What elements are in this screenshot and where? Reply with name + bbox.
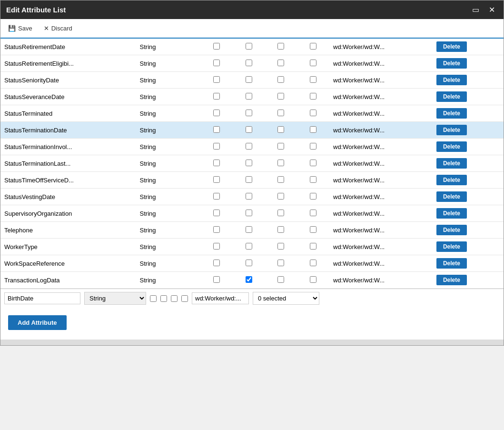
checkbox-cb3[interactable] <box>277 76 284 83</box>
checkbox-cb1[interactable] <box>213 193 220 200</box>
row-cb3[interactable] <box>265 255 297 272</box>
row-cb2[interactable] <box>233 122 265 139</box>
new-cb2[interactable] <box>160 295 167 302</box>
checkbox-cb4[interactable] <box>310 160 316 166</box>
checkbox-cb3[interactable] <box>277 160 284 166</box>
delete-button[interactable]: Delete <box>436 41 467 52</box>
checkbox-cb4[interactable] <box>310 276 316 283</box>
delete-button[interactable]: Delete <box>436 91 467 102</box>
row-cb2[interactable] <box>233 172 265 189</box>
row-cb2[interactable] <box>233 89 265 105</box>
row-cb3[interactable] <box>265 55 297 72</box>
row-cb3[interactable] <box>265 105 297 122</box>
checkbox-cb3[interactable] <box>277 226 284 233</box>
row-cb2[interactable] <box>233 205 265 222</box>
delete-button[interactable]: Delete <box>436 125 467 135</box>
row-cb4[interactable] <box>297 55 329 72</box>
row-cb4[interactable] <box>297 222 329 239</box>
delete-button[interactable]: Delete <box>436 141 467 152</box>
delete-button[interactable]: Delete <box>436 108 467 119</box>
row-cb1[interactable] <box>200 72 233 89</box>
checkbox-cb2[interactable] <box>246 226 252 233</box>
delete-button[interactable]: Delete <box>436 241 467 252</box>
restore-button[interactable]: ▭ <box>469 4 482 15</box>
checkbox-cb4[interactable] <box>310 143 316 150</box>
checkbox-cb2[interactable] <box>246 210 252 216</box>
checkbox-cb1[interactable] <box>213 143 220 150</box>
row-cb1[interactable] <box>200 272 233 289</box>
row-cb2[interactable] <box>233 39 265 55</box>
row-cb3[interactable] <box>265 205 297 222</box>
checkbox-cb3[interactable] <box>277 176 284 183</box>
row-cb4[interactable] <box>297 172 329 189</box>
row-cb3[interactable] <box>265 222 297 239</box>
row-cb3[interactable] <box>265 239 297 255</box>
row-cb4[interactable] <box>297 189 329 205</box>
checkbox-cb3[interactable] <box>277 60 284 66</box>
row-cb2[interactable] <box>233 222 265 239</box>
checkbox-cb1[interactable] <box>213 160 220 166</box>
checkbox-cb4[interactable] <box>310 76 316 83</box>
row-cb4[interactable] <box>297 39 329 55</box>
row-cb1[interactable] <box>200 55 233 72</box>
row-cb4[interactable] <box>297 155 329 172</box>
row-cb3[interactable] <box>265 89 297 105</box>
row-cb3[interactable] <box>265 155 297 172</box>
new-cb3[interactable] <box>171 295 178 302</box>
checkbox-cb3[interactable] <box>277 193 284 200</box>
row-cb1[interactable] <box>200 189 233 205</box>
discard-button[interactable]: ✕ Discard <box>42 24 74 33</box>
checkbox-cb3[interactable] <box>277 260 284 266</box>
checkbox-cb1[interactable] <box>213 126 220 133</box>
checkbox-cb2[interactable] <box>246 110 252 116</box>
checkbox-cb4[interactable] <box>310 60 316 66</box>
checkbox-cb1[interactable] <box>213 110 220 116</box>
new-cb4[interactable] <box>181 295 188 302</box>
new-type-select[interactable]: StringIntegerBooleanDate <box>84 292 146 305</box>
checkbox-cb4[interactable] <box>310 43 316 50</box>
new-path-input[interactable] <box>192 292 249 304</box>
delete-button[interactable]: Delete <box>436 258 467 269</box>
checkbox-cb2[interactable] <box>246 93 252 100</box>
row-cb2[interactable] <box>233 155 265 172</box>
checkbox-cb3[interactable] <box>277 276 284 283</box>
checkbox-cb1[interactable] <box>213 93 220 100</box>
row-cb3[interactable] <box>265 272 297 289</box>
row-cb4[interactable] <box>297 72 329 89</box>
checkbox-cb3[interactable] <box>277 110 284 116</box>
add-attribute-button[interactable]: Add Attribute <box>8 315 67 330</box>
new-cb1[interactable] <box>150 295 157 302</box>
checkbox-cb4[interactable] <box>310 243 316 250</box>
checkbox-cb2[interactable] <box>246 126 252 133</box>
checkbox-cb3[interactable] <box>277 93 284 100</box>
row-cb2[interactable] <box>233 239 265 255</box>
row-cb1[interactable] <box>200 155 233 172</box>
row-cb4[interactable] <box>297 139 329 155</box>
row-cb3[interactable] <box>265 72 297 89</box>
row-cb4[interactable] <box>297 105 329 122</box>
row-cb2[interactable] <box>233 272 265 289</box>
checkbox-cb4[interactable] <box>310 193 316 200</box>
checkbox-cb1[interactable] <box>213 243 220 250</box>
row-cb1[interactable] <box>200 239 233 255</box>
delete-button[interactable]: Delete <box>436 191 467 202</box>
checkbox-cb4[interactable] <box>310 260 316 266</box>
delete-button[interactable]: Delete <box>436 58 467 69</box>
checkbox-cb2[interactable] <box>246 260 252 266</box>
row-cb3[interactable] <box>265 122 297 139</box>
row-cb1[interactable] <box>200 222 233 239</box>
new-name-input[interactable] <box>4 292 80 304</box>
row-cb1[interactable] <box>200 39 233 55</box>
row-cb4[interactable] <box>297 122 329 139</box>
delete-button[interactable]: Delete <box>436 158 467 169</box>
row-cb4[interactable] <box>297 89 329 105</box>
row-cb3[interactable] <box>265 172 297 189</box>
checkbox-cb1[interactable] <box>213 60 220 66</box>
horizontal-scrollbar[interactable] <box>0 340 504 345</box>
checkbox-cb1[interactable] <box>213 260 220 266</box>
checkbox-cb3[interactable] <box>277 143 284 150</box>
checkbox-cb2[interactable] <box>246 176 252 183</box>
checkbox-cb1[interactable] <box>213 226 220 233</box>
row-cb1[interactable] <box>200 255 233 272</box>
row-cb2[interactable] <box>233 189 265 205</box>
